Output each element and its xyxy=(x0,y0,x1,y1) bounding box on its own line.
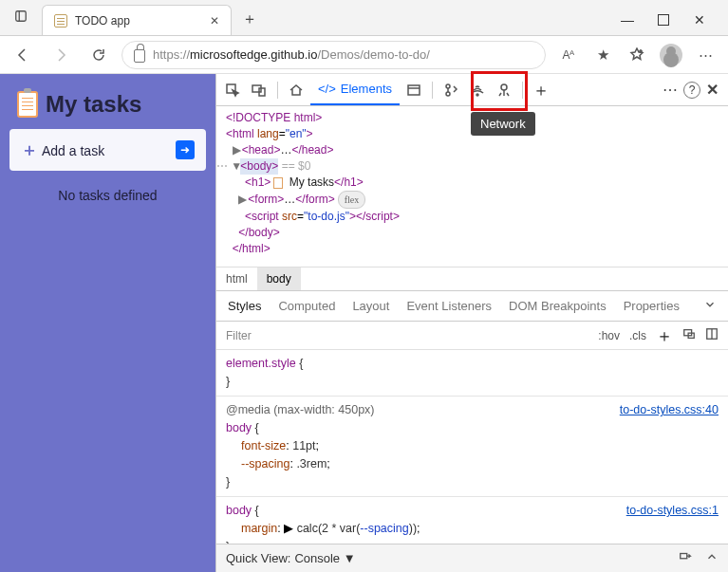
maximize-button[interactable] xyxy=(650,12,677,28)
layout-tab[interactable]: Layout xyxy=(352,299,389,313)
properties-tab[interactable]: Properties xyxy=(624,299,680,313)
profile-button[interactable] xyxy=(656,40,686,70)
app-title: My tasks xyxy=(17,91,206,118)
more-tools-button[interactable]: ⋯ xyxy=(663,81,678,99)
tab-title: TODO app xyxy=(75,14,130,28)
tab-actions-button[interactable] xyxy=(8,3,34,29)
styles-filter-input[interactable]: Filter xyxy=(226,329,588,342)
dom-breakpoints-tab[interactable]: DOM Breakpoints xyxy=(509,299,607,313)
svg-point-10 xyxy=(446,92,450,96)
quick-view-console[interactable]: Console ▼ xyxy=(294,551,355,565)
styles-tabbar: Styles Computed Layout Event Listeners D… xyxy=(216,291,728,322)
styles-rendering-button[interactable] xyxy=(682,327,696,343)
window-titlebar: TODO app ✕ ＋ — ✕ xyxy=(0,0,728,36)
breadcrumbs[interactable]: html body xyxy=(216,267,728,291)
menu-button[interactable]: ⋯ xyxy=(690,40,720,70)
network-tab-icon[interactable] xyxy=(465,78,490,102)
close-devtools-button[interactable]: ✕ xyxy=(706,81,719,99)
new-tab-button[interactable]: ＋ xyxy=(235,5,264,33)
lock-icon xyxy=(134,49,145,63)
expand-styles-button[interactable] xyxy=(703,298,717,314)
styles-tab[interactable]: Styles xyxy=(228,299,261,313)
clipboard-icon xyxy=(273,177,283,189)
svg-point-12 xyxy=(501,84,507,90)
inspect-button[interactable] xyxy=(220,78,245,102)
devtools-panel: Network </>Elements ＋ ⋯ ? ✕ <!DOCTYPE ht… xyxy=(215,74,728,572)
styles-filter-bar: Filter :hov .cls ＋ xyxy=(216,322,728,350)
computed-tab[interactable]: Computed xyxy=(278,299,335,313)
clipboard-icon xyxy=(17,91,38,118)
reader-mode-button[interactable]: Aᴬ xyxy=(553,40,584,70)
elements-tab[interactable]: </>Elements xyxy=(310,74,400,105)
submit-task-button[interactable]: ➜ xyxy=(176,140,195,159)
welcome-tab[interactable] xyxy=(284,78,308,102)
styles-pane[interactable]: element.style {} to-do-styles.css:40 @me… xyxy=(216,350,728,544)
close-window-button[interactable]: ✕ xyxy=(686,12,713,28)
svg-point-9 xyxy=(446,84,450,88)
collections-button[interactable] xyxy=(622,40,652,70)
tab-close-button[interactable]: ✕ xyxy=(210,14,219,28)
event-listeners-tab[interactable]: Event Listeners xyxy=(406,299,492,313)
collapse-quickview-button[interactable] xyxy=(705,550,719,566)
console-tab-icon[interactable] xyxy=(439,78,463,102)
source-link[interactable]: to-do-styles.css:40 xyxy=(620,401,719,419)
devtools-tabbar: Network </>Elements ＋ ⋯ ? ✕ xyxy=(216,74,728,106)
app-pane: My tasks ＋Add a task ➜ No tasks defined xyxy=(0,74,215,572)
network-tooltip: Network xyxy=(471,112,535,136)
back-button[interactable] xyxy=(8,40,38,70)
forward-button[interactable] xyxy=(46,40,76,70)
lighthouse-tab-icon[interactable] xyxy=(492,78,516,102)
help-button[interactable]: ? xyxy=(683,82,700,99)
window-controls: — ✕ xyxy=(614,12,728,35)
svg-rect-0 xyxy=(16,11,27,22)
address-bar[interactable]: https://microsoftedge.github.io/Demos/de… xyxy=(121,41,546,69)
styles-computed-toggle[interactable] xyxy=(705,327,719,343)
no-tasks-label: No tasks defined xyxy=(9,188,206,203)
browser-tab[interactable]: TODO app ✕ xyxy=(42,5,232,35)
device-toggle-button[interactable] xyxy=(247,78,271,102)
svg-rect-17 xyxy=(681,554,687,559)
hov-toggle[interactable]: :hov xyxy=(598,329,620,342)
tab-favicon xyxy=(54,14,67,28)
favorite-button[interactable]: ★ xyxy=(588,40,618,70)
svg-rect-7 xyxy=(408,85,420,95)
tabstrip: TODO app ✕ ＋ xyxy=(38,0,614,35)
issues-button[interactable] xyxy=(679,550,692,566)
sources-tab[interactable] xyxy=(401,78,426,102)
refresh-button[interactable] xyxy=(84,40,114,70)
more-tabs-button[interactable]: ＋ xyxy=(529,78,553,102)
add-task-input[interactable]: ＋Add a task ➜ xyxy=(9,129,206,171)
browser-toolbar: https://microsoftedge.github.io/Demos/de… xyxy=(0,36,728,74)
crumb-html[interactable]: html xyxy=(216,268,257,290)
source-link[interactable]: to-do-styles.css:1 xyxy=(626,502,719,520)
quick-view-label: Quick View: xyxy=(226,551,290,565)
crumb-body[interactable]: body xyxy=(257,268,301,290)
svg-point-11 xyxy=(476,94,478,96)
minimize-button[interactable]: — xyxy=(614,12,641,28)
quick-view-bar: Quick View: Console ▼ xyxy=(216,544,728,572)
new-style-rule-button[interactable]: ＋ xyxy=(656,324,673,347)
url-text: https://microsoftedge.github.io/Demos/de… xyxy=(153,47,430,62)
cls-toggle[interactable]: .cls xyxy=(629,329,646,342)
